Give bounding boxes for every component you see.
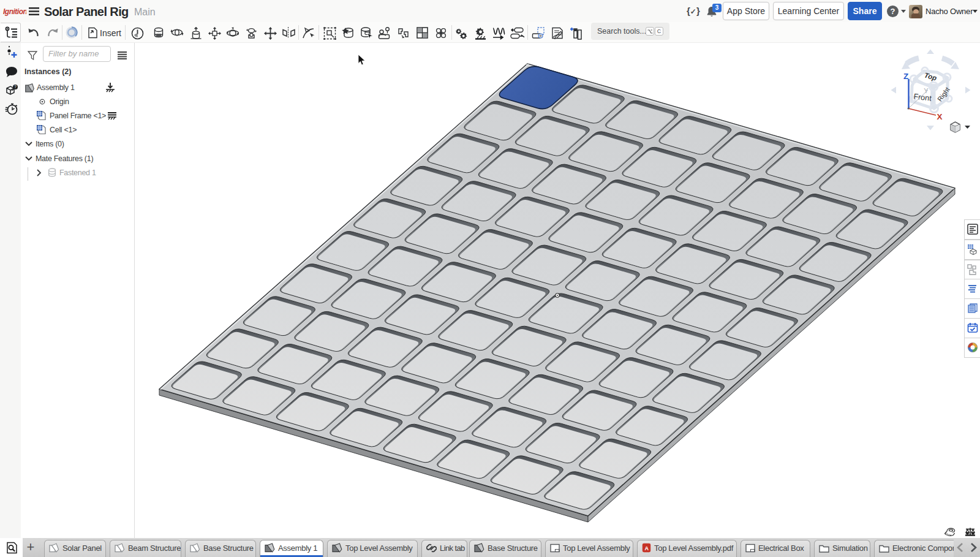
svg-text:X: X [937, 112, 942, 121]
svg-text:Z: Z [903, 72, 908, 81]
svg-text:A: A [644, 545, 649, 551]
svg-text:Y: Y [924, 87, 929, 94]
